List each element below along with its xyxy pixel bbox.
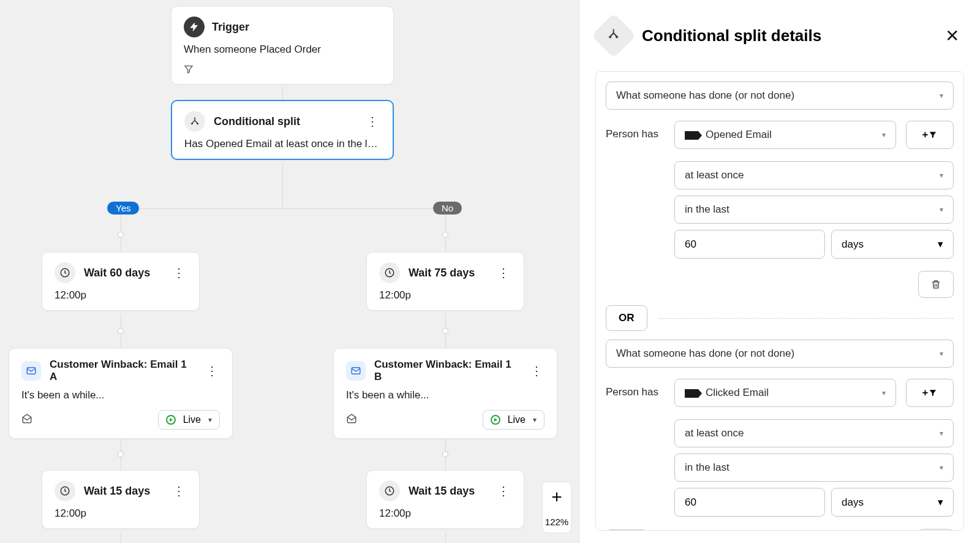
scope-select[interactable]: What someone has done (or not done) ▾ <box>606 82 954 110</box>
trash-icon <box>930 279 941 290</box>
kebab-icon[interactable]: ⋮ <box>364 113 380 129</box>
mail-icon <box>21 361 41 381</box>
kebab-icon[interactable]: ⋮ <box>171 265 187 281</box>
zoom-control[interactable]: + 122% <box>542 482 571 533</box>
connector <box>282 86 283 100</box>
wait-node[interactable]: Wait 15 days ⋮ 12:00p <box>366 470 524 529</box>
status-selector[interactable]: Live ▾ <box>483 410 545 430</box>
frequency-value: at least once <box>685 169 744 181</box>
kebab-icon[interactable]: ⋮ <box>496 483 511 499</box>
frequency-select[interactable]: at least once ▾ <box>674 161 954 189</box>
chevron-down-icon: ▾ <box>940 171 943 180</box>
person-has-label: Person has <box>606 379 665 398</box>
kebab-icon[interactable]: ⋮ <box>496 265 511 281</box>
email-node[interactable]: Customer Winback: Email 1 A ⋮ It's been … <box>9 348 233 439</box>
panel-body: What someone has done (or not done) ▾ Pe… <box>595 71 964 531</box>
connector <box>445 532 446 543</box>
range-select[interactable]: in the last ▾ <box>674 454 954 482</box>
status-label: Live <box>183 414 201 425</box>
split-desc: Has Opened Email at least once in the la… <box>172 135 393 159</box>
metric-select[interactable]: Clicked Email ▾ <box>674 379 896 407</box>
scope-value: What someone has done (or not done) <box>616 347 794 360</box>
metric-value: Clicked Email <box>706 387 769 398</box>
divider <box>658 318 954 319</box>
email-title: Customer Winback: Email 1 B <box>374 359 521 383</box>
zoom-level: 122% <box>545 517 568 527</box>
metric-select[interactable]: Opened Email ▾ <box>674 121 896 149</box>
close-icon[interactable]: ✕ <box>943 23 962 48</box>
frequency-select[interactable]: at least once ▾ <box>674 419 954 447</box>
no-label: No <box>433 202 462 215</box>
wait-node[interactable]: Wait 75 days ⋮ 12:00p <box>366 252 524 311</box>
add-filter-button[interactable]: + <box>906 121 954 149</box>
zoom-in-button[interactable]: + <box>551 488 562 506</box>
port <box>442 232 448 238</box>
status-label: Live <box>508 414 526 425</box>
number-input[interactable] <box>674 230 825 259</box>
chevron-down-icon: ▾ <box>940 91 943 100</box>
chevron-down-icon: ▾ <box>882 131 886 139</box>
connector <box>445 208 446 252</box>
email-subtitle: It's been a while... <box>9 387 232 410</box>
connector <box>121 208 445 209</box>
wait-node[interactable]: Wait 15 days ⋮ 12:00p <box>42 470 200 529</box>
port <box>118 232 124 238</box>
live-icon <box>166 415 176 425</box>
chevron-down-icon: ▾ <box>533 416 537 424</box>
delete-button[interactable] <box>918 529 954 531</box>
frequency-value: at least once <box>685 427 744 439</box>
mail-icon <box>346 361 366 381</box>
unit-select[interactable]: days ▾ <box>831 488 954 517</box>
connector <box>121 532 121 543</box>
delete-button[interactable] <box>918 271 954 298</box>
scope-value: What someone has done (or not done) <box>616 89 794 102</box>
conditional-split-node[interactable]: Conditional split ⋮ Has Opened Email at … <box>171 100 394 160</box>
scope-select[interactable]: What someone has done (or not done) ▾ <box>606 340 954 368</box>
port <box>118 451 124 457</box>
panel-title: Conditional split details <box>642 26 930 45</box>
port <box>118 328 124 334</box>
wait-time: 12:00p <box>367 505 524 528</box>
email-node[interactable]: Customer Winback: Email 1 B ⋮ It's been … <box>333 348 557 439</box>
wait-node[interactable]: Wait 60 days ⋮ 12:00p <box>42 252 200 311</box>
details-panel: Conditional split details ✕ What someone… <box>579 0 980 543</box>
wait-title: Wait 75 days <box>409 267 475 279</box>
live-icon <box>491 415 500 425</box>
add-filter-button[interactable]: + <box>906 379 954 407</box>
or-button[interactable]: OR <box>606 305 647 331</box>
connector <box>282 162 283 208</box>
trigger-title: Trigger <box>212 21 249 34</box>
clock-icon <box>55 262 75 283</box>
number-input[interactable] <box>674 488 825 517</box>
split-icon <box>184 111 205 132</box>
unit-select[interactable]: days ▾ <box>831 230 954 259</box>
or-button[interactable]: OR <box>606 530 647 531</box>
connector <box>121 208 121 252</box>
port <box>442 328 448 334</box>
flow-canvas[interactable]: Trigger When someone Placed Order Condit… <box>0 0 579 543</box>
kebab-icon[interactable]: ⋮ <box>204 363 220 379</box>
metric-value: Opened Email <box>706 129 772 140</box>
wait-title: Wait 15 days <box>409 485 475 498</box>
range-value: in the last <box>685 203 729 216</box>
klaviyo-logo-icon <box>685 131 698 140</box>
chevron-down-icon: ▾ <box>940 463 943 472</box>
wait-title: Wait 60 days <box>84 267 150 279</box>
clock-icon <box>379 480 400 501</box>
email-title: Customer Winback: Email 1 A <box>50 359 197 383</box>
range-select[interactable]: in the last ▾ <box>674 196 954 224</box>
split-title: Conditional split <box>214 115 300 128</box>
split-icon <box>591 13 636 58</box>
chevron-down-icon: ▾ <box>940 429 943 438</box>
email-subtitle: It's been a while... <box>334 387 557 410</box>
status-selector[interactable]: Live ▾ <box>158 410 220 430</box>
wait-time: 12:00p <box>367 287 524 310</box>
kebab-icon[interactable]: ⋮ <box>529 363 545 379</box>
yes-label: Yes <box>107 202 139 215</box>
chevron-down-icon: ▾ <box>208 416 212 424</box>
kebab-icon[interactable]: ⋮ <box>171 483 187 499</box>
chevron-down-icon: ▾ <box>938 496 943 509</box>
trigger-node[interactable]: Trigger When someone Placed Order <box>171 6 394 85</box>
filter-icon <box>184 66 194 76</box>
mail-open-icon <box>346 413 357 427</box>
